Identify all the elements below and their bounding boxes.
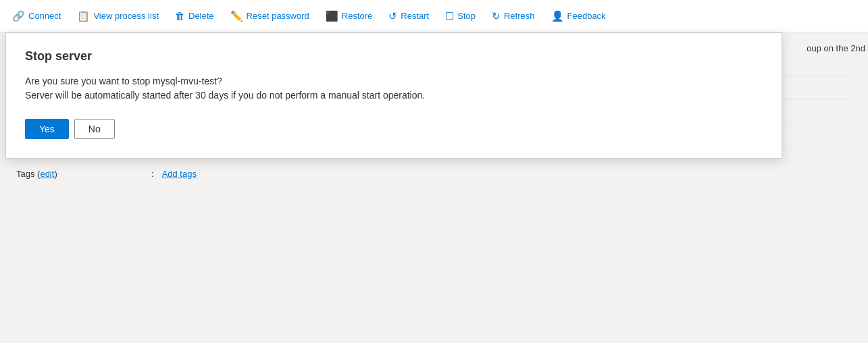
- restart-button[interactable]: ↺ Restart: [382, 6, 436, 26]
- reset-password-icon: ✏️: [230, 10, 243, 22]
- tags-edit-link[interactable]: edit: [40, 169, 54, 179]
- stop-label: Stop: [457, 11, 476, 21]
- delete-icon: 🗑: [175, 10, 185, 22]
- connect-label: Connect: [28, 11, 61, 21]
- no-button[interactable]: No: [74, 119, 115, 139]
- dialog-message-line2: Server will be automatically started aft…: [25, 88, 763, 103]
- connect-icon: 🔗: [12, 10, 25, 22]
- restart-label: Restart: [401, 11, 429, 21]
- stop-icon: ☐: [445, 10, 454, 22]
- feedback-icon: 👤: [551, 10, 564, 22]
- tags-separator: :: [151, 169, 154, 179]
- stop-button[interactable]: ☐ Stop: [438, 6, 482, 26]
- view-process-list-icon: 📋: [77, 10, 90, 22]
- refresh-label: Refresh: [504, 11, 535, 21]
- refresh-icon: ↻: [492, 10, 501, 22]
- restart-icon: ↺: [388, 10, 397, 22]
- feedback-label: Feedback: [567, 11, 606, 21]
- reset-password-label: Reset password: [247, 11, 309, 21]
- dialog-actions: Yes No: [25, 119, 763, 139]
- view-process-list-button[interactable]: 📋 View process list: [70, 6, 165, 26]
- tags-row: Tags (edit) : Add tags: [16, 162, 852, 186]
- tags-label-text: Tags (: [16, 169, 40, 179]
- yes-button[interactable]: Yes: [25, 119, 69, 139]
- right-edge-partial-text: oup on the 2nd: [804, 38, 868, 59]
- dialog-body: Are you sure you want to stop mysql-mvu-…: [25, 74, 763, 103]
- feedback-button[interactable]: 👤 Feedback: [544, 6, 613, 26]
- tags-value[interactable]: Add tags: [162, 169, 197, 179]
- reset-password-button[interactable]: ✏️ Reset password: [224, 6, 316, 26]
- delete-button[interactable]: 🗑 Delete: [168, 6, 221, 26]
- restore-button[interactable]: ⬛ Restore: [319, 6, 380, 26]
- delete-label: Delete: [188, 11, 214, 21]
- tags-label: Tags (edit): [16, 169, 151, 179]
- refresh-button[interactable]: ↻ Refresh: [485, 6, 542, 26]
- restore-icon: ⬛: [326, 10, 338, 22]
- stop-server-dialog: Stop server Are you sure you want to sto…: [5, 32, 782, 159]
- connect-button[interactable]: 🔗 Connect: [5, 6, 68, 26]
- toolbar: 🔗 Connect 📋 View process list 🗑 Delete ✏…: [0, 0, 868, 32]
- restore-label: Restore: [342, 11, 373, 21]
- view-process-list-label: View process list: [93, 11, 159, 21]
- dialog-message-line1: Are you sure you want to stop mysql-mvu-…: [25, 74, 763, 88]
- dialog-title: Stop server: [25, 49, 763, 63]
- tags-label-after: ): [54, 169, 57, 179]
